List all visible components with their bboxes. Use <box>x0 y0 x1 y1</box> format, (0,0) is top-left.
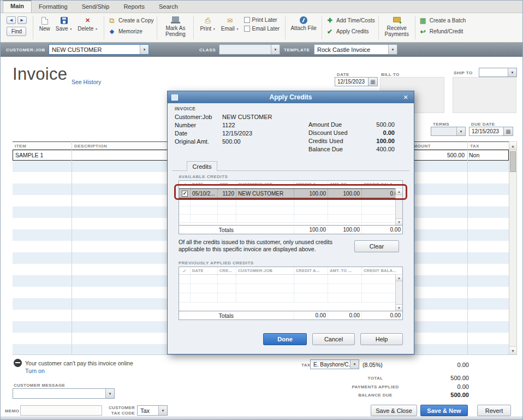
scroll-up-icon[interactable] <box>396 275 402 281</box>
credit-row-checkbox[interactable]: ✓ <box>182 191 188 197</box>
credits-table-scrollbar[interactable] <box>395 188 402 225</box>
memorize-diamond-icon <box>108 27 116 36</box>
apply-credits-button[interactable]: Apply Credits <box>324 27 376 36</box>
toolbar-divider <box>415 16 415 39</box>
template-dropdown[interactable]: Rock Castle Invoice <box>314 44 397 55</box>
new-document-icon <box>41 17 48 25</box>
printer-icon <box>204 16 212 25</box>
email-button[interactable]: Email <box>218 15 242 33</box>
turn-on-link[interactable]: Turn on <box>25 368 45 374</box>
memo-input[interactable] <box>20 405 102 416</box>
toolbar-divider <box>285 16 286 39</box>
add-time-costs-button[interactable]: Add Time/Costs <box>324 16 376 25</box>
mark-as-pending-button[interactable]: Mark As Pending <box>158 14 192 41</box>
dialog-title-bar[interactable]: Apply Credits <box>168 91 414 103</box>
credits-table-scrollbar[interactable] <box>395 275 402 311</box>
attach-file-button[interactable]: Attach File <box>287 14 320 41</box>
available-credit-row[interactable]: ✓ 05/10/2... 1120 NEW CUSTOMER 100.00 10… <box>179 188 402 198</box>
dropdown-arrow-icon[interactable] <box>140 45 148 54</box>
pending-stamp-icon <box>172 16 179 22</box>
dropdown-arrow-icon[interactable] <box>388 45 397 54</box>
balance-due-row: BALANCE DUE 500.00 <box>336 392 469 398</box>
save-and-new-button[interactable]: Save & New <box>420 405 468 416</box>
new-button[interactable]: New <box>37 15 53 33</box>
dropdown-arrow-icon[interactable] <box>508 68 516 76</box>
close-icon[interactable] <box>401 94 410 101</box>
terms-dropdown[interactable] <box>431 127 466 136</box>
due-date-field-group: 12/15/2023 <box>469 127 513 136</box>
customer-message-label: CUSTOMER MESSAGE <box>14 383 65 388</box>
memo-label: MEMO <box>5 409 20 413</box>
print-later-checkbox[interactable]: Print Later <box>243 16 281 23</box>
memorize-button[interactable]: Memorize <box>106 27 154 36</box>
find-next-button[interactable] <box>17 16 27 24</box>
scroll-down-icon[interactable] <box>396 218 402 225</box>
dropdown-arrow-icon[interactable] <box>158 406 167 415</box>
customer-message-dropdown[interactable] <box>13 388 115 399</box>
terms-label: TERMS <box>433 122 449 127</box>
dialog-title: Apply Credits <box>168 93 414 101</box>
create-batch-button[interactable]: Create a Batch <box>418 16 467 25</box>
scroll-up-icon[interactable] <box>396 188 402 195</box>
dropdown-arrow-icon[interactable] <box>105 389 114 398</box>
calendar-icon[interactable] <box>504 127 513 136</box>
delete-button[interactable]: Delete <box>75 15 100 33</box>
tab-reports[interactable]: Reports <box>116 2 152 13</box>
scroll-down-icon[interactable] <box>509 346 516 354</box>
scroll-down-icon[interactable] <box>396 304 402 311</box>
total-row: TOTAL 500.00 <box>336 375 469 381</box>
dropdown-arrow-icon[interactable] <box>271 45 280 54</box>
scroll-up-icon[interactable] <box>509 142 516 150</box>
tax-code-dropdown[interactable]: Tax <box>137 405 168 416</box>
clear-button[interactable]: Clear <box>354 240 399 252</box>
ship-to-box[interactable] <box>453 77 516 113</box>
delete-x-icon <box>84 16 92 25</box>
revert-button[interactable]: Revert <box>477 405 511 416</box>
date-input[interactable]: 12/15/2023 <box>335 77 369 86</box>
green-plus-icon <box>325 16 334 25</box>
dialog-date-label: Date <box>175 130 187 137</box>
empty-credit-row <box>179 198 402 206</box>
tab-main[interactable]: Main <box>3 0 32 13</box>
dropdown-arrow-icon[interactable] <box>456 127 465 135</box>
print-email-group: Print Email Print Later Email Later <box>195 14 284 41</box>
delete-dropdown-caret-icon <box>95 26 98 32</box>
tax-amount: 0.00 <box>414 362 469 368</box>
ship-to-dropdown[interactable] <box>479 68 517 77</box>
receive-payments-button[interactable]: Receive Payments <box>380 14 414 41</box>
file-actions-group: New Save Delete <box>34 14 103 41</box>
calendar-icon[interactable] <box>369 77 378 86</box>
email-later-checkbox[interactable]: Email Later <box>243 25 281 32</box>
tax-item-dropdown[interactable]: E. Bayshore/C... <box>310 359 359 369</box>
dropdown-arrow-icon[interactable] <box>350 360 359 369</box>
invoice-section-label: INVOICE <box>175 106 195 111</box>
dialog-customer-value: NEW CUSTOMER <box>222 114 272 120</box>
green-check-icon <box>325 27 334 36</box>
find-previous-button[interactable] <box>7 16 16 24</box>
scrollbar-thumb[interactable] <box>510 151 516 172</box>
items-table-scrollbar[interactable] <box>509 141 517 355</box>
find-button[interactable]: Find <box>7 27 26 36</box>
credits-tab[interactable]: Credits <box>187 161 217 171</box>
balance-due-label: Balance Due <box>308 146 343 152</box>
batch-grid-icon <box>419 16 427 25</box>
print-button[interactable]: Print <box>197 15 218 33</box>
tab-send-ship[interactable]: Send/Ship <box>75 2 117 13</box>
customer-job-dropdown[interactable]: NEW CUSTOMER <box>49 44 149 55</box>
save-and-close-button[interactable]: Save & Close <box>371 405 417 416</box>
tab-search[interactable]: Search <box>152 2 185 13</box>
save-button[interactable]: Save <box>53 15 75 33</box>
due-date-input[interactable]: 12/15/2023 <box>469 127 504 136</box>
previous-totals-row: Totals 0.00 0.00 0.00 <box>179 311 402 320</box>
tab-formatting[interactable]: Formatting <box>32 2 75 13</box>
amount-due-value: 500.00 <box>353 121 395 128</box>
help-button[interactable]: Help <box>360 333 403 345</box>
window-icon <box>171 94 178 100</box>
create-copy-button[interactable]: Create a Copy <box>106 16 154 25</box>
batch-refund-group: Create a Batch Refund/Credit <box>417 14 468 41</box>
refund-credit-button[interactable]: Refund/Credit <box>418 27 467 36</box>
class-dropdown[interactable] <box>219 44 280 55</box>
cancel-button[interactable]: Cancel <box>312 333 355 345</box>
see-history-link[interactable]: See History <box>72 79 101 85</box>
done-button[interactable]: Done <box>263 333 307 345</box>
